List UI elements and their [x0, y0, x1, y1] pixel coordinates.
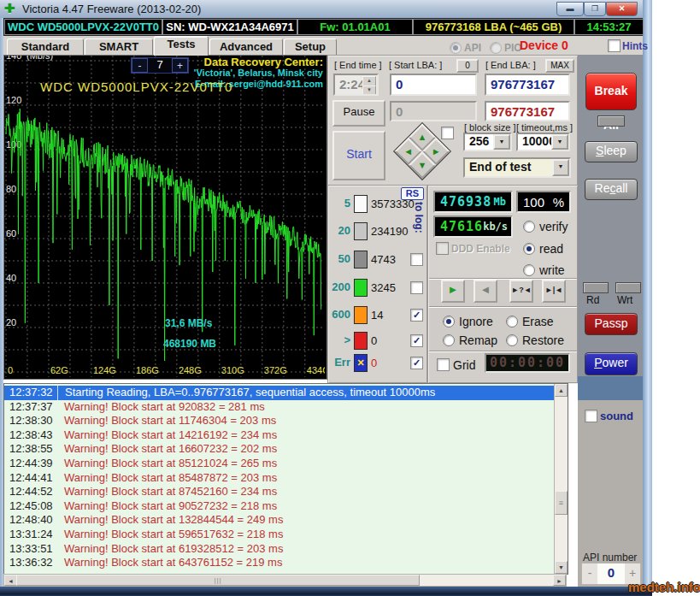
close-icon: ✕	[619, 4, 626, 13]
log-row[interactable]: 12:37:37Warning! Block start at 920832 =…	[4, 400, 554, 415]
log-row[interactable]: 12:45:08Warning! Block start at 90527232…	[4, 499, 554, 514]
mode-radio-read[interactable]: read	[523, 240, 563, 256]
action-radio[interactable]	[443, 316, 455, 328]
block-size-dropdown-icon[interactable]: ▼	[493, 134, 510, 150]
port-mode-api[interactable]: API	[450, 39, 481, 54]
stat-log-checkbox[interactable]	[410, 281, 423, 294]
log-row[interactable]: 13:36:32Warning! Block start at 64376115…	[4, 556, 554, 570]
stat-log-checkbox[interactable]: ✓	[410, 334, 423, 347]
log-hscrollbar[interactable]: ◄ ||| ►	[3, 574, 567, 587]
action-radio-restore[interactable]: Restore	[506, 332, 564, 347]
stat-log-checkbox[interactable]: ✓	[410, 357, 423, 369]
stat-log-checkbox[interactable]: ✓	[410, 309, 423, 322]
zoom-in-button[interactable]: +	[172, 58, 188, 73]
pause-button[interactable]: Pause	[332, 100, 385, 127]
end-action-select[interactable]: End of test▼	[463, 157, 571, 178]
back-button[interactable]: ◄	[474, 280, 497, 303]
start-button[interactable]: Start	[332, 131, 385, 180]
passp-button[interactable]: Passp	[585, 313, 638, 335]
grid-checkbox[interactable]	[437, 358, 450, 371]
window-border-right	[643, 0, 652, 596]
port-mode-radio[interactable]	[450, 42, 462, 54]
log-scroll-left-button[interactable]: ◄	[4, 575, 17, 586]
log-scroll-thumb[interactable]: ≡	[555, 491, 568, 515]
log-scroll-down-button[interactable]: ▼	[555, 561, 568, 574]
log-hscroll-thumb[interactable]: |||	[16, 575, 420, 586]
recall-button[interactable]: Recall	[585, 179, 638, 200]
back-icon: ◄	[480, 283, 491, 296]
sleep-button[interactable]: Sleep	[585, 141, 638, 162]
block-size-select[interactable]: 256▼	[463, 133, 512, 151]
percent-value: 100	[523, 195, 544, 209]
close-button[interactable]: ✕	[606, 2, 638, 16]
action-radio[interactable]	[506, 334, 518, 346]
tab-standard[interactable]: Standard	[7, 38, 84, 55]
action-radio-erase[interactable]: Erase	[506, 313, 554, 328]
log-message: Warning! Block start at 87452160 = 234 m…	[64, 485, 277, 499]
title-bar[interactable]: ✚ Victoria 4.47 Freeware (2013-02-20) ▬ …	[0, 0, 652, 19]
port-mode-pio[interactable]: PIO	[490, 39, 522, 54]
action-radio-ignore[interactable]: Ignore	[443, 313, 493, 328]
tab-smart[interactable]: SMART	[85, 38, 153, 55]
window-title: Victoria 4.47 Freeware (2013-02-20)	[22, 3, 201, 15]
zoom-out-button[interactable]: -	[132, 58, 148, 73]
log-message: Warning! Block start at 920832 = 281 ms	[64, 400, 265, 415]
log-row[interactable]: 12:37:32Starting Reading, LBA=0..9767731…	[4, 386, 554, 400]
minimize-button[interactable]: ▬	[556, 2, 584, 16]
action-radio[interactable]	[443, 334, 455, 346]
break-all-button[interactable]: Break All	[585, 73, 637, 110]
jog-checkbox[interactable]	[441, 127, 454, 139]
action-label: Restore	[522, 333, 564, 347]
mode-radio-write[interactable]: write	[523, 262, 565, 277]
hints-checkbox[interactable]	[608, 39, 621, 52]
action-radio-remap[interactable]: Remap	[443, 332, 497, 347]
svg-text:310G: 310G	[221, 365, 244, 375]
power-button[interactable]: Power	[585, 352, 638, 375]
log-message: Warning! Block start at 11746304 = 203 m…	[64, 414, 276, 428]
log-vscrollbar[interactable]: ▲ ≡ ▼	[554, 384, 568, 574]
timeout-dropdown-icon[interactable]: ▼	[551, 134, 568, 150]
action-radio[interactable]	[506, 316, 518, 328]
end-action-dropdown-icon[interactable]: ▼	[552, 159, 569, 176]
skip-button[interactable]: ►|◄	[542, 280, 566, 303]
mode-radio[interactable]	[523, 264, 535, 276]
sleep-label: leep	[603, 144, 626, 157]
mode-radio[interactable]	[523, 221, 535, 233]
log-row[interactable]: 12:48:40Warning! Block start at 13284454…	[4, 513, 554, 528]
mode-radio[interactable]	[523, 243, 535, 255]
timeout-select[interactable]: 10000▼	[516, 133, 570, 151]
end-time-spin-down-icon[interactable]: ▼	[362, 86, 376, 96]
log-row[interactable]: 12:38:43Warning! Block start at 14216192…	[4, 428, 554, 443]
sound-checkbox[interactable]	[585, 410, 597, 422]
log-row[interactable]: 12:44:52Warning! Block start at 87452160…	[4, 485, 554, 499]
log-row[interactable]: 13:31:24Warning! Block start at 59651763…	[4, 528, 554, 542]
port-mode-radio[interactable]	[490, 42, 502, 54]
tab-setup[interactable]: Setup	[284, 38, 337, 55]
log-row[interactable]: 12:44:41Warning! Block start at 85487872…	[4, 471, 554, 486]
end-lba-input[interactable]: 976773167	[485, 74, 570, 96]
tab-advanced[interactable]: Advanced	[209, 38, 283, 55]
log-scroll-up-button[interactable]: ▲	[555, 384, 568, 397]
stat-log-checkbox[interactable]	[410, 253, 423, 266]
mode-radio-verify[interactable]: verify	[523, 218, 568, 233]
tab-tests[interactable]: Tests	[154, 36, 209, 56]
hints-label: Hints	[622, 40, 648, 52]
log-row[interactable]: 12:38:30Warning! Block start at 11746304…	[4, 414, 554, 428]
svg-text:62G: 62G	[50, 365, 68, 375]
log-row[interactable]: 12:44:39Warning! Block start at 85121024…	[4, 457, 554, 471]
log-row[interactable]: 13:33:51Warning! Block start at 61932851…	[4, 542, 554, 557]
seek-button[interactable]: ►?◄	[509, 280, 533, 303]
power-label: ower	[602, 356, 627, 369]
log-row[interactable]: 12:38:55Warning! Block start at 16607232…	[4, 442, 554, 457]
maximize-button[interactable]: ❐	[584, 2, 606, 16]
api-number-minus-button[interactable]: -	[582, 564, 597, 584]
start-lba-input[interactable]: 0	[390, 74, 477, 96]
max-lba-button[interactable]: MAX	[545, 59, 574, 73]
play-button[interactable]: ►	[441, 280, 465, 303]
log-scroll-right-button[interactable]: ►	[553, 575, 566, 586]
ddd-enable-checkbox[interactable]	[436, 242, 449, 255]
start-lba-zero-button[interactable]: 0	[456, 59, 479, 73]
current-lba-field: 0	[390, 101, 477, 121]
api-number-value[interactable]: 0	[597, 564, 625, 584]
end-time-spinner[interactable]: 2:24 ▲ ▼	[333, 74, 379, 96]
